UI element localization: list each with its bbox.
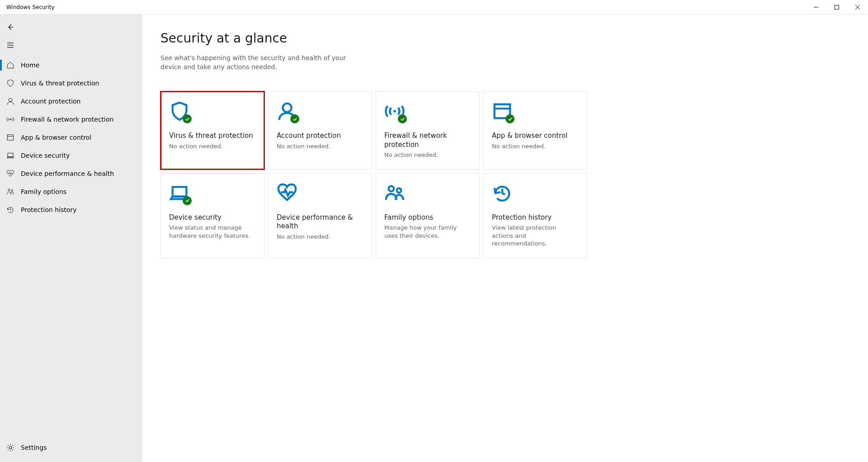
svg-point-16 (283, 104, 291, 112)
svg-rect-12 (8, 153, 13, 157)
tile-shield[interactable]: Virus & threat protection No action need… (160, 91, 264, 170)
tile-browser[interactable]: App & browser control No action needed. (483, 91, 587, 170)
sidebar-item-shield[interactable]: Virus & threat protection (0, 74, 142, 92)
svg-point-15 (9, 446, 12, 449)
family-icon (384, 183, 471, 205)
svg-point-21 (389, 186, 394, 191)
sidebar: HomeVirus & threat protectionAccount pro… (0, 14, 142, 462)
tile-title: Account protection (277, 132, 363, 141)
app-title: Windows Security (6, 4, 55, 10)
sidebar-item-person[interactable]: Account protection (0, 92, 142, 110)
tile-subtitle: View latest protection actions and recom… (492, 224, 579, 248)
sidebar-item-home[interactable]: Home (0, 56, 142, 74)
sidebar-item-signal[interactable]: Firewall & network protection (0, 110, 142, 128)
signal-icon (384, 101, 471, 123)
tile-subtitle: No action needed. (384, 151, 471, 159)
svg-point-9 (10, 119, 11, 120)
heart-icon (6, 170, 14, 178)
page-subtitle: See what's happening with the security a… (160, 54, 355, 71)
tile-title: Firewall & network protection (384, 132, 471, 149)
titlebar: Windows Security (0, 0, 868, 14)
page-title: Security at a glance (160, 31, 850, 46)
tile-title: Protection history (492, 213, 579, 222)
tile-subtitle: No action needed. (492, 142, 579, 151)
sidebar-item-label: Home (21, 61, 39, 69)
browser-icon (6, 133, 14, 141)
hamburger-button[interactable] (0, 36, 142, 54)
sidebar-item-label: App & browser control (21, 134, 91, 141)
person-icon (6, 97, 14, 105)
tile-title: Device performance & health (277, 213, 363, 231)
tile-subtitle: No action needed. (169, 142, 256, 151)
gear-icon (6, 443, 14, 452)
laptop-icon (169, 183, 256, 205)
browser-icon (492, 101, 579, 123)
tile-subtitle: Manage how your family uses their device… (384, 224, 471, 240)
laptop-icon (6, 151, 14, 160)
minimize-button[interactable] (806, 0, 826, 14)
window-controls (806, 0, 868, 14)
svg-point-22 (397, 188, 401, 193)
main-content: Security at a glance See what's happenin… (142, 14, 868, 462)
family-icon (6, 188, 14, 196)
tile-title: App & browser control (492, 132, 579, 141)
history-icon (492, 183, 579, 205)
sidebar-item-label: Firewall & network protection (21, 116, 113, 123)
tile-subtitle: View status and manage hardware security… (169, 224, 256, 240)
back-button[interactable] (0, 18, 142, 36)
settings-label: Settings (21, 444, 47, 451)
person-icon (277, 101, 363, 123)
tile-subtitle: No action needed. (277, 233, 363, 241)
svg-point-13 (8, 189, 10, 191)
sidebar-item-label: Family options (21, 188, 66, 195)
sidebar-item-browser[interactable]: App & browser control (0, 128, 142, 146)
tile-laptop[interactable]: Device security View status and manage h… (160, 173, 264, 258)
close-button[interactable] (847, 0, 868, 14)
tile-history[interactable]: Protection history View latest protectio… (483, 173, 587, 258)
sidebar-item-label: Device security (21, 152, 70, 159)
home-icon (6, 61, 14, 69)
tile-title: Family options (384, 213, 471, 222)
settings-button[interactable]: Settings (0, 438, 142, 457)
tile-signal[interactable]: Firewall & network protection No action … (376, 91, 480, 170)
tile-person[interactable]: Account protection No action needed. (268, 91, 372, 170)
tile-title: Device security (169, 213, 256, 222)
tile-heart[interactable]: Device performance & health No action ne… (268, 173, 372, 258)
shield-icon (169, 101, 256, 123)
heart-icon (277, 183, 363, 205)
sidebar-item-family[interactable]: Family options (0, 183, 142, 201)
sidebar-item-label: Account protection (21, 98, 81, 105)
shield-icon (6, 79, 14, 87)
tile-subtitle: No action needed. (277, 142, 363, 151)
sidebar-item-heart[interactable]: Device performance & health (0, 165, 142, 183)
svg-rect-10 (7, 135, 14, 140)
tile-title: Virus & threat protection (169, 132, 256, 141)
svg-point-8 (9, 98, 12, 102)
sidebar-item-label: Virus & threat protection (21, 80, 99, 87)
svg-rect-1 (835, 5, 839, 9)
sidebar-item-label: Device performance & health (21, 170, 114, 177)
sidebar-item-history[interactable]: Protection history (0, 201, 142, 219)
sidebar-item-label: Protection history (21, 206, 76, 213)
sidebar-item-laptop[interactable]: Device security (0, 146, 142, 165)
maximize-button[interactable] (826, 0, 847, 14)
tile-family[interactable]: Family options Manage how your family us… (376, 173, 480, 258)
history-icon (6, 206, 14, 214)
signal-icon (6, 115, 14, 123)
svg-rect-20 (173, 187, 187, 196)
svg-point-17 (393, 110, 396, 113)
svg-point-14 (11, 190, 13, 192)
